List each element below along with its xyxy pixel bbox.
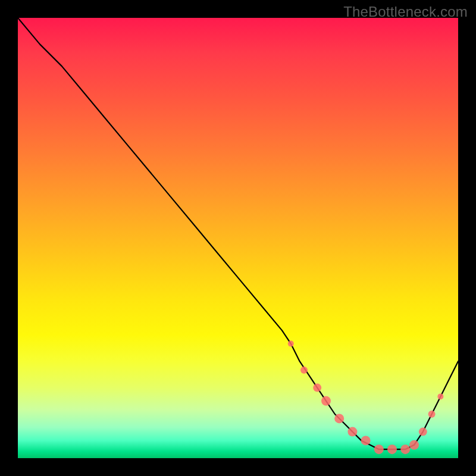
marker-dot	[437, 393, 443, 399]
chart-frame: TheBottleneck.com	[0, 0, 476, 476]
watermark-text: TheBottleneck.com	[343, 4, 468, 20]
marker-group	[288, 341, 444, 455]
plot-area	[18, 18, 458, 458]
marker-dot	[374, 444, 384, 454]
marker-dot	[334, 414, 344, 423]
curve-svg	[18, 18, 458, 458]
curve-path	[18, 18, 458, 449]
marker-dot	[300, 367, 308, 374]
marker-dot	[428, 411, 436, 418]
marker-dot	[419, 428, 427, 436]
marker-dot	[361, 436, 371, 445]
marker-dot	[409, 440, 419, 450]
marker-dot	[288, 341, 294, 347]
marker-dot	[313, 384, 321, 392]
marker-dot	[400, 444, 410, 454]
marker-dot	[347, 427, 357, 437]
marker-dot	[387, 444, 397, 454]
marker-dot	[321, 396, 331, 406]
